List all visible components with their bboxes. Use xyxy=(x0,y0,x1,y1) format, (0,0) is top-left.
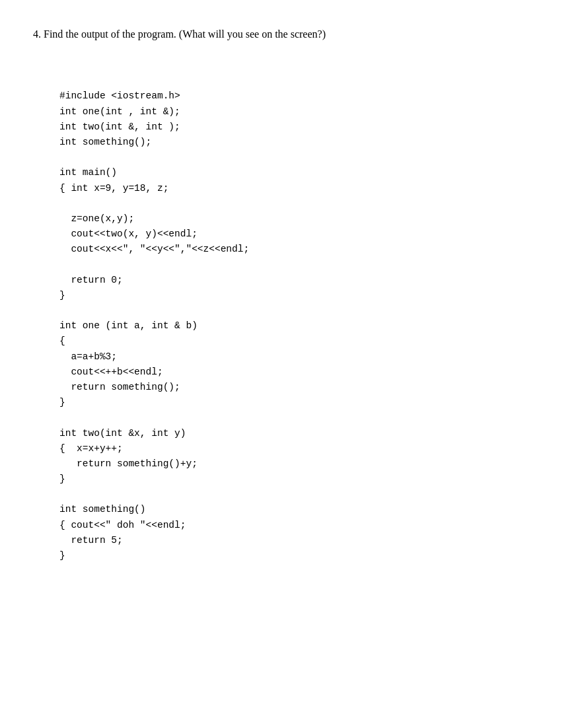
code-line: cout<<++b<<endl; xyxy=(59,365,555,380)
code-line: { int x=9, y=18, z; xyxy=(59,181,555,196)
code-line xyxy=(59,487,555,502)
code-line: { xyxy=(59,334,555,349)
code-line: } xyxy=(59,288,555,303)
code-line xyxy=(59,257,555,272)
code-line: cout<<two(x, y)<<endl; xyxy=(59,227,555,242)
code-line: } xyxy=(59,395,555,410)
code-line xyxy=(59,410,555,425)
question-container: 4. Find the output of the program. (What… xyxy=(33,26,555,563)
question-body: Find the output of the program. (What wi… xyxy=(44,28,326,40)
code-line xyxy=(59,303,555,318)
question-number: 4. xyxy=(33,28,41,40)
code-block: #include <iostream.h>int one(int , int &… xyxy=(59,58,555,563)
code-line: int two(int &x, int y) xyxy=(59,426,555,441)
code-line: return something()+y; xyxy=(59,456,555,472)
code-line: int main() xyxy=(59,165,555,180)
code-line: int something(); xyxy=(59,135,555,150)
code-line: int one (int a, int & b) xyxy=(59,318,555,334)
code-line: } xyxy=(59,548,555,563)
code-line: return something(); xyxy=(59,380,555,395)
code-line: z=one(x,y); xyxy=(59,211,555,227)
code-line: return 5; xyxy=(59,533,555,548)
code-line: #include <iostream.h> xyxy=(59,89,555,104)
code-line: return 0; xyxy=(59,273,555,288)
code-line: { cout<<" doh "<<endl; xyxy=(59,518,555,533)
code-line xyxy=(59,196,555,211)
question-text: 4. Find the output of the program. (What… xyxy=(33,26,555,42)
code-line: int two(int &, int ); xyxy=(59,120,555,135)
code-line: int something() xyxy=(59,502,555,517)
code-line xyxy=(59,150,555,165)
code-line: { x=x+y++; xyxy=(59,441,555,456)
code-line: cout<<x<<", "<<y<<","<<z<<endl; xyxy=(59,242,555,257)
code-line: a=a+b%3; xyxy=(59,349,555,365)
code-line: } xyxy=(59,472,555,487)
code-line: int one(int , int &); xyxy=(59,104,555,120)
